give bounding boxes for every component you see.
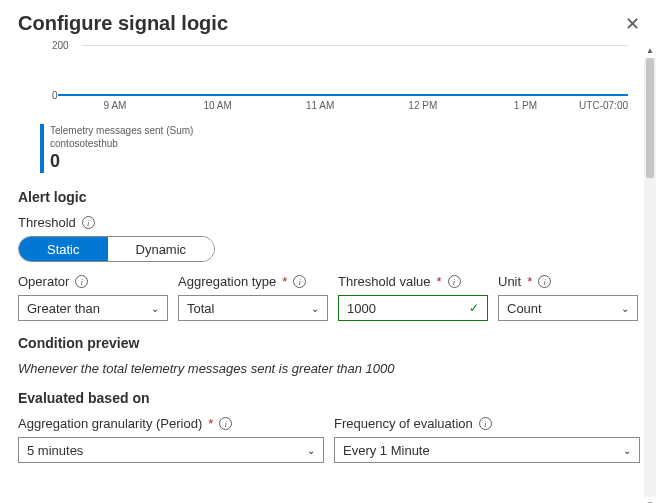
granularity-value: 5 minutes bbox=[27, 443, 83, 458]
close-button[interactable]: ✕ bbox=[625, 13, 640, 35]
chevron-down-icon: ⌄ bbox=[621, 303, 629, 314]
required-marker: * bbox=[437, 274, 442, 289]
info-icon[interactable]: i bbox=[82, 216, 95, 229]
chart-xtick: 1 PM bbox=[514, 100, 537, 111]
metric-chart: 200 0 9 AM 10 AM 11 AM 12 PM 1 PM UTC-07… bbox=[30, 45, 628, 173]
panel-title: Configure signal logic bbox=[18, 12, 228, 35]
info-icon[interactable]: i bbox=[538, 275, 551, 288]
scrollbar-thumb[interactable] bbox=[646, 58, 654, 178]
chart-xtick: 11 AM bbox=[306, 100, 334, 111]
legend-metric: Telemetry messages sent (Sum) bbox=[50, 124, 193, 137]
chart-legend: Telemetry messages sent (Sum) contosotes… bbox=[40, 124, 628, 173]
legend-color-swatch bbox=[40, 124, 44, 173]
info-icon[interactable]: i bbox=[479, 417, 492, 430]
panel-header: Configure signal logic ✕ bbox=[18, 12, 640, 35]
chevron-down-icon: ⌄ bbox=[307, 445, 315, 456]
legend-resource: contosotesthub bbox=[50, 137, 193, 150]
frequency-select[interactable]: Every 1 Minute ⌄ bbox=[334, 437, 640, 463]
chart-ytick: 0 bbox=[52, 90, 58, 101]
legend-value: 0 bbox=[50, 150, 193, 173]
condition-preview-text: Whenever the total telemetry messages se… bbox=[18, 361, 640, 376]
operator-select[interactable]: Greater than ⌄ bbox=[18, 295, 168, 321]
aggregation-type-value: Total bbox=[187, 301, 214, 316]
threshold-value-label: Threshold value bbox=[338, 274, 431, 289]
chart-timezone: UTC-07:00 bbox=[579, 100, 628, 111]
vertical-scrollbar[interactable]: ▲ ▼ bbox=[644, 58, 656, 497]
chevron-down-icon: ⌄ bbox=[623, 445, 631, 456]
aggregation-type-label: Aggregation type bbox=[178, 274, 276, 289]
scroll-up-arrow-icon[interactable]: ▲ bbox=[644, 46, 656, 55]
unit-value: Count bbox=[507, 301, 542, 316]
chart-xtick: 9 AM bbox=[104, 100, 127, 111]
aggregation-type-select[interactable]: Total ⌄ bbox=[178, 295, 328, 321]
threshold-dynamic-option[interactable]: Dynamic bbox=[108, 237, 215, 261]
chart-xtick: 12 PM bbox=[408, 100, 437, 111]
required-marker: * bbox=[527, 274, 532, 289]
required-marker: * bbox=[208, 416, 213, 431]
info-icon[interactable]: i bbox=[448, 275, 461, 288]
threshold-toggle[interactable]: Static Dynamic bbox=[18, 236, 215, 262]
close-icon: ✕ bbox=[625, 14, 640, 34]
chart-ytick: 200 bbox=[52, 40, 69, 51]
checkmark-icon: ✓ bbox=[469, 301, 479, 315]
info-icon[interactable]: i bbox=[219, 417, 232, 430]
unit-label: Unit bbox=[498, 274, 521, 289]
required-marker: * bbox=[282, 274, 287, 289]
info-icon[interactable]: i bbox=[75, 275, 88, 288]
threshold-static-option[interactable]: Static bbox=[19, 237, 108, 261]
threshold-value-text: 1000 bbox=[347, 301, 376, 316]
evaluated-heading: Evaluated based on bbox=[18, 390, 640, 406]
chart-xlabels: 9 AM 10 AM 11 AM 12 PM 1 PM UTC-07:00 bbox=[58, 100, 628, 114]
granularity-select[interactable]: 5 minutes ⌄ bbox=[18, 437, 324, 463]
alert-logic-heading: Alert logic bbox=[18, 189, 640, 205]
chevron-down-icon: ⌄ bbox=[311, 303, 319, 314]
chevron-down-icon: ⌄ bbox=[151, 303, 159, 314]
operator-label: Operator bbox=[18, 274, 69, 289]
operator-value: Greater than bbox=[27, 301, 100, 316]
threshold-label: Threshold bbox=[18, 215, 76, 230]
frequency-label: Frequency of evaluation bbox=[334, 416, 473, 431]
chart-xtick: 10 AM bbox=[203, 100, 231, 111]
frequency-value: Every 1 Minute bbox=[343, 443, 430, 458]
condition-preview-label: Condition preview bbox=[18, 335, 640, 351]
chart-gridline bbox=[82, 45, 628, 46]
granularity-label: Aggregation granularity (Period) bbox=[18, 416, 202, 431]
threshold-value-input[interactable]: 1000 ✓ bbox=[338, 295, 488, 321]
configure-signal-logic-panel: Configure signal logic ✕ 200 0 9 AM 10 A… bbox=[0, 0, 658, 503]
info-icon[interactable]: i bbox=[293, 275, 306, 288]
unit-select[interactable]: Count ⌄ bbox=[498, 295, 638, 321]
